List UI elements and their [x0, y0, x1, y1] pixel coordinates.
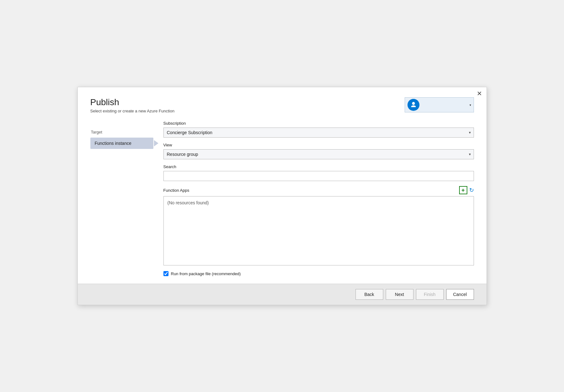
publish-dialog: ✕ Publish Select existing or create a ne… — [77, 87, 487, 305]
search-input[interactable] — [163, 171, 474, 181]
run-from-package-row: Run from package file (recommended) — [163, 271, 474, 276]
subscription-label: Subscription — [163, 121, 474, 126]
no-resources-text: (No resources found) — [168, 200, 209, 205]
account-chevron-icon: ▾ — [470, 103, 471, 107]
back-button[interactable]: Back — [356, 289, 383, 300]
next-button[interactable]: Next — [386, 289, 413, 300]
dialog-title-block: Publish Select existing or create a new … — [90, 97, 174, 113]
subscription-select[interactable]: Concierge Subscription — [163, 128, 474, 138]
run-from-package-label[interactable]: Run from package file (recommended) — [171, 271, 241, 276]
account-selector[interactable]: ▾ — [405, 97, 474, 112]
account-icon — [407, 99, 419, 111]
content-area: Target Functions instance Subscription C… — [90, 121, 474, 276]
subscription-select-wrapper: Concierge Subscription ▾ — [163, 128, 474, 138]
view-select-wrapper: Resource group ▾ — [163, 149, 474, 159]
function-apps-label: Function Apps — [163, 188, 189, 193]
close-button[interactable]: ✕ — [477, 90, 482, 97]
view-label: View — [163, 143, 474, 147]
dialog-title: Publish — [90, 97, 174, 107]
cancel-button[interactable]: Cancel — [446, 289, 474, 300]
main-panel: Subscription Concierge Subscription ▾ Vi… — [163, 121, 474, 276]
add-function-app-button[interactable]: + — [459, 186, 467, 194]
sidebar-item-functions-instance[interactable]: Functions instance — [90, 138, 153, 149]
sidebar: Target Functions instance — [90, 121, 153, 276]
function-apps-header: Function Apps + ↻ — [163, 186, 474, 194]
view-select[interactable]: Resource group — [163, 149, 474, 159]
function-apps-list: (No resources found) — [163, 196, 474, 265]
search-label: Search — [163, 164, 474, 169]
dialog-subtitle: Select existing or create a new Azure Fu… — [90, 109, 174, 113]
function-apps-actions: + ↻ — [459, 186, 474, 194]
finish-button[interactable]: Finish — [416, 289, 444, 300]
dialog-footer: Back Next Finish Cancel — [78, 284, 487, 305]
sidebar-target-label: Target — [90, 130, 153, 134]
refresh-button[interactable]: ↻ — [469, 187, 474, 194]
user-svg — [410, 101, 417, 108]
run-from-package-checkbox[interactable] — [163, 271, 168, 276]
